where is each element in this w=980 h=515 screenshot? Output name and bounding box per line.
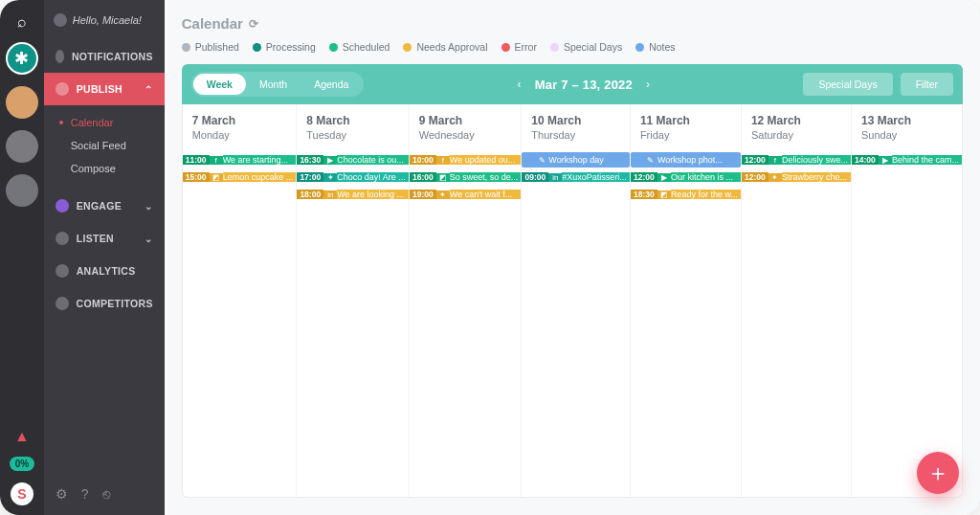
workspace-avatar-2[interactable] [6, 86, 38, 119]
nav-competitors[interactable]: COMPETITORS [44, 287, 165, 320]
day-column: 8 MarchTuesday16:30▶Chocolate is ou...17… [297, 104, 410, 497]
percent-pill[interactable]: 0% [10, 457, 34, 471]
nav-notifications[interactable]: NOTIFICATIONS [44, 40, 165, 73]
alert-icon[interactable]: ▲ [14, 428, 30, 445]
legend-dot [253, 43, 261, 52]
event-time: 18:00 [297, 190, 323, 199]
legend-item: Published [182, 41, 239, 53]
view-agenda-button[interactable]: Agenda [301, 74, 362, 95]
view-month-button[interactable]: Month [246, 74, 301, 95]
nav-publish[interactable]: PUBLISH ⌃ [44, 73, 165, 105]
date-range: ‹ Mar 7 – 13, 2022 › [371, 78, 795, 92]
calendar-event[interactable]: 12:00fDeliciously swe... [742, 152, 851, 168]
settings-icon[interactable]: ⚙ [56, 486, 68, 502]
calendar-event[interactable]: ✎Workshop phot... [631, 152, 741, 168]
legend-item: Error [501, 41, 537, 53]
prev-week-button[interactable]: ‹ [514, 78, 525, 91]
legend-dot [182, 43, 190, 52]
calendar-event[interactable]: 14:00▶Behind the cam... [852, 152, 962, 168]
legend: PublishedProcessingScheduledNeeds Approv… [182, 41, 963, 53]
engage-icon [56, 199, 69, 213]
calendar-event[interactable]: 18:30◩Ready for the w... [631, 187, 741, 202]
yt-icon: ▶ [323, 156, 337, 165]
day-header: 9 MarchWednesday [410, 104, 522, 152]
calendar-event[interactable]: 12:00▶Our kitchen is ... [631, 169, 741, 185]
legend-dot [403, 43, 412, 52]
event-title: Choco day! Are ... [337, 172, 409, 182]
tw-icon: ✦ [436, 190, 450, 199]
workspace-avatar-main[interactable]: ✱ [6, 42, 38, 75]
day-events: 12:00fDeliciously swe...12:00✦Strawberry… [742, 152, 851, 190]
calendar-event[interactable]: 16:30▶Chocolate is ou... [297, 152, 409, 168]
in-icon: in [548, 173, 562, 182]
workspace-avatar-4[interactable] [6, 174, 38, 207]
calendar-event[interactable]: 17:00✦Choco day! Are ... [297, 169, 409, 185]
calendar-event[interactable]: 12:00✦Strawberry che... [742, 169, 851, 185]
f-icon: f [210, 156, 223, 165]
calendar-event[interactable]: ✎Workshop day [522, 152, 630, 168]
calendar-event[interactable]: 11:00fWe are starting... [183, 152, 297, 168]
calendar-toolbar: Week Month Agenda ‹ Mar 7 – 13, 2022 › S… [182, 64, 963, 104]
special-days-button[interactable]: Special Days [803, 73, 892, 96]
subnav-compose[interactable]: Compose [44, 157, 165, 180]
event-title: So sweet, so de... [450, 172, 522, 182]
subnav-social-feed[interactable]: Social Feed [44, 134, 165, 157]
nav-listen[interactable]: LISTEN ⌄ [44, 222, 165, 255]
view-week-button[interactable]: Week [193, 74, 246, 95]
filter-button[interactable]: Filter [901, 73, 953, 96]
in-icon: in [323, 190, 337, 199]
main: Calendar ⟳ PublishedProcessingScheduledN… [165, 0, 980, 515]
f-icon: f [768, 156, 782, 165]
chevron-down-icon: ⌄ [145, 234, 152, 244]
listen-icon [56, 232, 69, 245]
calendar-event[interactable]: 15:00◩Lemon cupcake ... [183, 169, 297, 185]
day-header: 7 MarchMonday [183, 104, 297, 152]
sidebar: Hello, Micaela! NOTIFICATIONS PUBLISH ⌃ … [44, 0, 165, 515]
day-events: 16:30▶Chocolate is ou...17:00✦Choco day!… [297, 152, 409, 208]
legend-item: Scheduled [329, 41, 390, 53]
event-title: We can't wait f... [450, 190, 522, 199]
help-icon[interactable]: ? [81, 486, 89, 502]
calendar-event[interactable]: 16:00◩So sweet, so de... [410, 169, 522, 185]
refresh-icon[interactable]: ⟳ [249, 17, 258, 31]
calendar-event[interactable]: 19:00✦We can't wait f... [410, 187, 522, 202]
s-badge[interactable]: S [11, 482, 33, 505]
legend-item: Needs Approval [403, 41, 487, 53]
event-title: Deliciously swe... [782, 155, 851, 165]
event-title: Chocolate is ou... [337, 155, 409, 165]
event-title: Strawberry che... [782, 172, 851, 182]
yt-icon: ▶ [879, 156, 892, 165]
event-time: 11:00 [183, 155, 210, 165]
calendar-event[interactable]: 10:00fWe updated ou... [410, 152, 522, 168]
nav-engage[interactable]: ENGAGE ⌄ [44, 190, 165, 222]
day-events: 11:00fWe are starting...15:00◩Lemon cupc… [183, 152, 297, 190]
event-title: Workshop phot... [657, 155, 741, 165]
event-title: Our kitchen is ... [671, 172, 741, 182]
search-icon[interactable]: ⌕ [17, 13, 27, 31]
date-range-label: Mar 7 – 13, 2022 [535, 78, 633, 92]
day-events: 14:00▶Behind the cam... [852, 152, 962, 173]
calendar-event[interactable]: 09:00in#XuxoPatisseri... [522, 169, 630, 185]
event-time: 16:00 [410, 172, 436, 182]
calendar-event[interactable]: 18:00inWe are looking ... [297, 187, 409, 202]
day-header: 13 MarchSunday [852, 104, 962, 152]
logout-icon[interactable]: ⎋ [102, 486, 110, 502]
event-time: 19:00 [410, 190, 436, 199]
next-week-button[interactable]: › [642, 78, 654, 91]
nav-analytics[interactable]: ANALYTICS [44, 255, 165, 287]
event-time: 12:00 [742, 172, 768, 182]
yt-icon: ▶ [657, 173, 671, 182]
subnav-calendar[interactable]: Calendar [44, 111, 165, 134]
legend-item: Processing [253, 41, 316, 53]
compose-fab[interactable]: ＋ [917, 452, 959, 494]
day-events: ✎Workshop phot...12:00▶Our kitchen is ..… [631, 152, 741, 208]
analytics-icon [56, 264, 69, 278]
publish-submenu: Calendar Social Feed Compose [44, 105, 165, 190]
app-shell: ⌕ ✱ ▲ 0% S Hello, Micaela! NOTIFICATIONS… [0, 0, 980, 515]
event-time: 16:30 [297, 155, 323, 165]
event-title: We updated ou... [450, 155, 522, 165]
day-column: 10 MarchThursday✎Workshop day09:00in#Xux… [522, 104, 631, 497]
workspace-avatar-3[interactable] [6, 130, 38, 163]
day-events: ✎Workshop day09:00in#XuxoPatisseri... [522, 152, 630, 190]
legend-dot [501, 43, 510, 52]
